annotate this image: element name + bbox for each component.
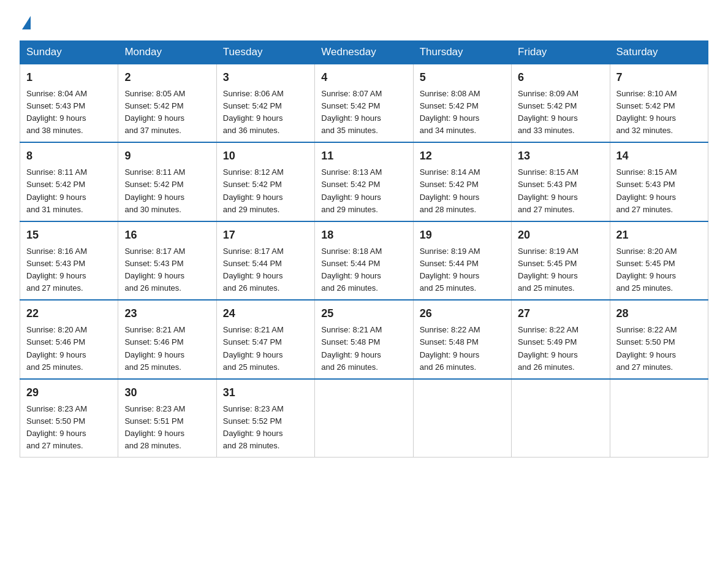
weekday-header-monday: Monday [118,41,216,64]
day-number: 25 [321,305,406,323]
day-number: 23 [124,305,210,323]
weekday-header-saturday: Saturday [610,41,708,64]
day-number: 1 [26,69,112,86]
calendar-cell: 28 Sunrise: 8:22 AM Sunset: 5:50 PM Dayl… [610,300,708,378]
day-number: 20 [518,227,603,244]
day-number: 14 [616,148,702,165]
day-details: Sunrise: 8:11 AM Sunset: 5:42 PM Dayligh… [26,166,112,216]
day-number: 7 [616,69,702,86]
week-row-3: 15 Sunrise: 8:16 AM Sunset: 5:43 PM Dayl… [20,221,708,300]
day-details: Sunrise: 8:04 AM Sunset: 5:43 PM Dayligh… [26,88,112,137]
day-number: 8 [26,148,112,165]
day-number: 22 [26,305,112,323]
day-details: Sunrise: 8:23 AM Sunset: 5:52 PM Dayligh… [223,403,308,453]
day-details: Sunrise: 8:10 AM Sunset: 5:42 PM Dayligh… [616,88,702,137]
day-number: 27 [518,305,603,323]
calendar-cell: 1 Sunrise: 8:04 AM Sunset: 5:43 PM Dayli… [20,64,118,142]
calendar-cell: 21 Sunrise: 8:20 AM Sunset: 5:45 PM Dayl… [610,221,708,300]
calendar-cell: 29 Sunrise: 8:23 AM Sunset: 5:50 PM Dayl… [20,379,118,458]
week-row-1: 1 Sunrise: 8:04 AM Sunset: 5:43 PM Dayli… [20,64,708,142]
day-number: 17 [223,227,308,244]
calendar-cell: 14 Sunrise: 8:15 AM Sunset: 5:43 PM Dayl… [610,142,708,221]
day-details: Sunrise: 8:15 AM Sunset: 5:43 PM Dayligh… [616,166,702,216]
weekday-header-tuesday: Tuesday [216,41,314,64]
day-number: 10 [223,148,308,165]
day-details: Sunrise: 8:23 AM Sunset: 5:51 PM Dayligh… [124,403,210,453]
day-details: Sunrise: 8:19 AM Sunset: 5:44 PM Dayligh… [420,245,505,295]
day-number: 28 [616,305,702,323]
calendar-cell: 13 Sunrise: 8:15 AM Sunset: 5:43 PM Dayl… [512,142,610,221]
day-details: Sunrise: 8:12 AM Sunset: 5:42 PM Dayligh… [223,166,308,216]
calendar-cell: 19 Sunrise: 8:19 AM Sunset: 5:44 PM Dayl… [413,221,511,300]
day-number: 9 [124,148,210,165]
calendar-cell: 2 Sunrise: 8:05 AM Sunset: 5:42 PM Dayli… [118,64,216,142]
day-details: Sunrise: 8:17 AM Sunset: 5:43 PM Dayligh… [124,245,210,295]
calendar-cell: 12 Sunrise: 8:14 AM Sunset: 5:42 PM Dayl… [413,142,511,221]
weekday-header-friday: Friday [512,41,610,64]
calendar-cell: 18 Sunrise: 8:18 AM Sunset: 5:44 PM Dayl… [315,221,413,300]
calendar-cell: 17 Sunrise: 8:17 AM Sunset: 5:44 PM Dayl… [216,221,314,300]
day-number: 21 [616,227,702,244]
calendar-cell: 25 Sunrise: 8:21 AM Sunset: 5:48 PM Dayl… [315,300,413,378]
day-details: Sunrise: 8:22 AM Sunset: 5:48 PM Dayligh… [420,324,505,373]
day-number: 16 [124,227,210,244]
day-details: Sunrise: 8:21 AM Sunset: 5:47 PM Dayligh… [223,324,308,373]
weekday-header-wednesday: Wednesday [315,41,413,64]
calendar-cell [512,379,610,458]
day-details: Sunrise: 8:20 AM Sunset: 5:46 PM Dayligh… [26,324,112,373]
day-details: Sunrise: 8:09 AM Sunset: 5:42 PM Dayligh… [518,88,603,137]
day-details: Sunrise: 8:05 AM Sunset: 5:42 PM Dayligh… [124,88,210,137]
calendar-cell: 15 Sunrise: 8:16 AM Sunset: 5:43 PM Dayl… [20,221,118,300]
day-details: Sunrise: 8:21 AM Sunset: 5:46 PM Dayligh… [124,324,210,373]
day-number: 3 [223,69,308,86]
day-number: 24 [223,305,308,323]
day-details: Sunrise: 8:23 AM Sunset: 5:50 PM Dayligh… [26,403,112,453]
weekday-header-row: SundayMondayTuesdayWednesdayThursdayFrid… [20,41,708,64]
week-row-4: 22 Sunrise: 8:20 AM Sunset: 5:46 PM Dayl… [20,300,708,378]
calendar-cell: 30 Sunrise: 8:23 AM Sunset: 5:51 PM Dayl… [118,379,216,458]
day-number: 13 [518,148,603,165]
day-number: 2 [124,69,210,86]
weekday-header-thursday: Thursday [413,41,511,64]
day-details: Sunrise: 8:14 AM Sunset: 5:42 PM Dayligh… [420,166,505,216]
calendar-cell: 31 Sunrise: 8:23 AM Sunset: 5:52 PM Dayl… [216,379,314,458]
week-row-2: 8 Sunrise: 8:11 AM Sunset: 5:42 PM Dayli… [20,142,708,221]
day-number: 6 [518,69,603,86]
weekday-header-sunday: Sunday [20,41,118,64]
day-number: 5 [420,69,505,86]
day-number: 15 [26,227,112,244]
calendar-cell: 6 Sunrise: 8:09 AM Sunset: 5:42 PM Dayli… [512,64,610,142]
calendar-cell [413,379,511,458]
day-details: Sunrise: 8:19 AM Sunset: 5:45 PM Dayligh… [518,245,603,295]
day-number: 18 [321,227,406,244]
logo-triangle-icon [22,16,31,29]
day-details: Sunrise: 8:17 AM Sunset: 5:44 PM Dayligh… [223,245,308,295]
calendar-cell: 7 Sunrise: 8:10 AM Sunset: 5:42 PM Dayli… [610,64,708,142]
day-details: Sunrise: 8:21 AM Sunset: 5:48 PM Dayligh… [321,324,406,373]
day-details: Sunrise: 8:06 AM Sunset: 5:42 PM Dayligh… [223,88,308,137]
day-number: 12 [420,148,505,165]
day-number: 31 [223,385,308,402]
week-row-5: 29 Sunrise: 8:23 AM Sunset: 5:50 PM Dayl… [20,379,708,458]
calendar-cell: 26 Sunrise: 8:22 AM Sunset: 5:48 PM Dayl… [413,300,511,378]
day-details: Sunrise: 8:11 AM Sunset: 5:42 PM Dayligh… [124,166,210,216]
calendar-cell: 11 Sunrise: 8:13 AM Sunset: 5:42 PM Dayl… [315,142,413,221]
page-header [20,15,708,29]
calendar-cell: 3 Sunrise: 8:06 AM Sunset: 5:42 PM Dayli… [216,64,314,142]
day-details: Sunrise: 8:22 AM Sunset: 5:49 PM Dayligh… [518,324,603,373]
day-details: Sunrise: 8:18 AM Sunset: 5:44 PM Dayligh… [321,245,406,295]
calendar-cell: 22 Sunrise: 8:20 AM Sunset: 5:46 PM Dayl… [20,300,118,378]
calendar-cell: 10 Sunrise: 8:12 AM Sunset: 5:42 PM Dayl… [216,142,314,221]
day-details: Sunrise: 8:07 AM Sunset: 5:42 PM Dayligh… [321,88,406,137]
day-number: 19 [420,227,505,244]
calendar-cell: 8 Sunrise: 8:11 AM Sunset: 5:42 PM Dayli… [20,142,118,221]
day-number: 11 [321,148,406,165]
day-details: Sunrise: 8:08 AM Sunset: 5:42 PM Dayligh… [420,88,505,137]
day-details: Sunrise: 8:15 AM Sunset: 5:43 PM Dayligh… [518,166,603,216]
day-number: 30 [124,385,210,402]
calendar-cell: 27 Sunrise: 8:22 AM Sunset: 5:49 PM Dayl… [512,300,610,378]
calendar-cell: 24 Sunrise: 8:21 AM Sunset: 5:47 PM Dayl… [216,300,314,378]
day-number: 29 [26,385,112,402]
calendar-cell: 5 Sunrise: 8:08 AM Sunset: 5:42 PM Dayli… [413,64,511,142]
calendar-cell: 9 Sunrise: 8:11 AM Sunset: 5:42 PM Dayli… [118,142,216,221]
